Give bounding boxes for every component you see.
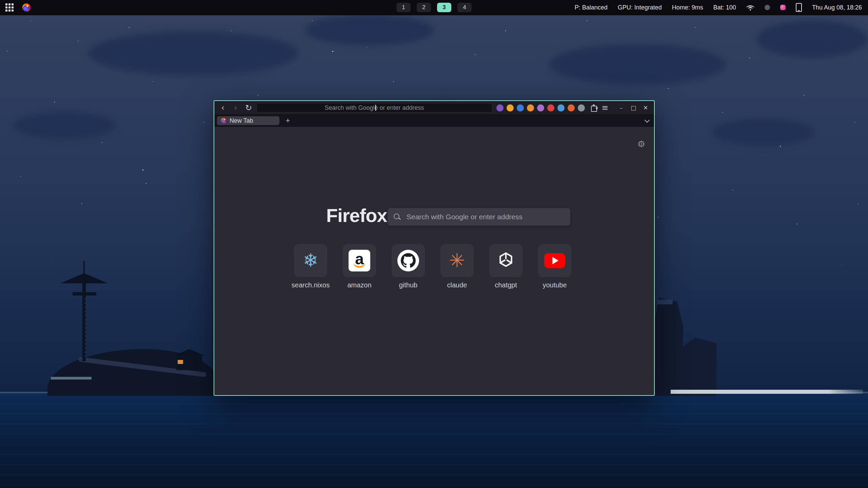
app-launcher-icon[interactable] (5, 3, 14, 12)
shortcut-claude[interactable]: ✳ claude (440, 244, 474, 289)
island-right-rock (653, 298, 683, 396)
new-tab-page: ⚙ Firefox ❄ search.nixos a amazon (214, 127, 654, 395)
cloud (88, 31, 298, 75)
workspace-switcher: 1 2 3 4 (396, 0, 472, 15)
shortcut-label: claude (447, 281, 467, 289)
island-dock (51, 377, 92, 380)
firefox-wordmark: Firefox (326, 203, 387, 227)
extension-icon-1[interactable] (496, 104, 504, 111)
window-controls: – □ ✕ (616, 103, 651, 113)
status-bar: 1 2 3 4 P: Balanced GPU: Integrated Home… (0, 0, 868, 15)
personalize-gear-icon[interactable]: ⚙ (637, 140, 645, 148)
shortcut-github[interactable]: github (392, 244, 425, 289)
list-tabs-chevron-icon[interactable] (643, 116, 651, 125)
nixos-snowflake-icon: ❄ (303, 251, 318, 270)
watchtower-ladder (85, 298, 86, 359)
workspace-2[interactable]: 2 (417, 3, 431, 12)
battery-status: Bat: 100 (713, 4, 736, 11)
wifi-icon (746, 4, 754, 11)
cloud (549, 44, 726, 85)
menu-hamburger-icon[interactable]: ≡ (600, 103, 610, 113)
back-icon[interactable]: ‹ (218, 103, 228, 113)
firefox-window: ‹ › ↻ ≡ – □ ✕ (214, 100, 655, 396)
shortcut-amazon[interactable]: a amazon (343, 244, 376, 289)
extension-icon-7[interactable] (557, 104, 565, 111)
firefox-favicon (221, 118, 226, 123)
firefox-logo-icon (296, 203, 320, 227)
extension-icon-4[interactable] (527, 104, 534, 111)
url-input[interactable] (256, 103, 492, 113)
reload-icon[interactable]: ↻ (243, 103, 254, 113)
indicator-icon (780, 5, 786, 10)
extension-icon-6[interactable] (547, 104, 554, 111)
extension-icon-2[interactable] (507, 104, 514, 111)
gpu-status: GPU: Integrated (618, 4, 662, 11)
shortcut-chatgpt[interactable]: chatgpt (489, 244, 522, 289)
tab-title: New Tab (230, 117, 253, 124)
extension-icon-3[interactable] (517, 104, 524, 111)
home-latency-status: Home: 9ms (672, 4, 703, 11)
extensions-puzzle-icon[interactable] (590, 104, 597, 111)
url-bar (256, 103, 492, 113)
amazon-icon: a (349, 250, 370, 271)
new-tab-button[interactable]: + (283, 116, 292, 125)
minimize-button[interactable]: – (616, 103, 626, 113)
workspace-1[interactable]: 1 (396, 3, 411, 12)
shortcut-label: chatgpt (495, 281, 517, 289)
cloud (712, 119, 814, 146)
maximize-button[interactable]: □ (628, 103, 638, 113)
island-right-rock-2 (681, 338, 716, 396)
watchtower-mast (83, 261, 85, 274)
workspace-4[interactable]: 4 (457, 3, 472, 12)
shortcut-search-nixos[interactable]: ❄ search.nixos (294, 244, 327, 289)
search-icon (394, 214, 400, 220)
text-caret (375, 105, 376, 111)
shortcut-label: amazon (347, 281, 371, 289)
openai-knot-icon (496, 250, 515, 271)
cloud (14, 112, 115, 139)
hut-window-light (178, 360, 183, 364)
cloud (756, 20, 868, 58)
firefox-launcher-icon[interactable] (22, 3, 31, 12)
claude-starburst-icon: ✳ (449, 251, 465, 270)
bluetooth-icon (765, 5, 770, 10)
extension-icon-5[interactable] (537, 104, 544, 111)
extension-strip (495, 104, 586, 111)
newtab-search-input[interactable] (406, 212, 570, 221)
browser-toolbar: ‹ › ↻ ≡ – □ ✕ (214, 101, 654, 115)
shortcut-label: github (399, 281, 418, 289)
newtab-search-bar (388, 208, 570, 226)
cloud (305, 15, 434, 45)
workspace-3-active[interactable]: 3 (437, 3, 451, 12)
clock: Thu Aug 08, 18:26 (812, 4, 862, 11)
tab-bar: New Tab + (214, 115, 654, 127)
shortcut-label: search.nixos (292, 281, 330, 289)
forward-icon[interactable]: › (231, 103, 241, 113)
hut-roof (174, 349, 205, 356)
github-octocat-icon (397, 250, 419, 271)
extension-icon-9[interactable] (578, 104, 585, 111)
shortcut-tiles: ❄ search.nixos a amazon (294, 244, 571, 289)
close-button[interactable]: ✕ (640, 103, 651, 113)
rock-highlight (657, 300, 673, 304)
ocean (0, 393, 868, 488)
power-profile-status: P: Balanced (575, 4, 608, 11)
beach-strip (671, 390, 863, 394)
youtube-play-icon (544, 253, 565, 268)
tab-new-tab[interactable]: New Tab (217, 116, 279, 125)
shortcut-label: youtube (542, 281, 567, 289)
extension-icon-8[interactable] (568, 104, 575, 111)
shortcut-youtube[interactable]: youtube (538, 244, 571, 289)
phone-icon (796, 3, 802, 12)
